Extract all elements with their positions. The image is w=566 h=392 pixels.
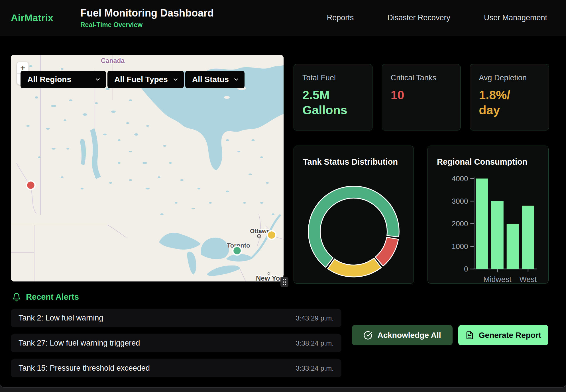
dashboard-root: AirMatrix Fuel Monitoring Dashboard Real… xyxy=(0,0,566,387)
alerts-header: Recent Alerts xyxy=(12,292,79,302)
chart-title: Tank Status Distribution xyxy=(303,157,398,167)
bottom-scroll-track[interactable] xyxy=(0,387,566,392)
svg-text:2000: 2000 xyxy=(452,220,468,228)
nav-item-reports[interactable]: Reports xyxy=(327,13,354,22)
nav-item-disaster-recovery[interactable]: Disaster Recovery xyxy=(387,13,450,22)
region-filter-select[interactable]: All Regions xyxy=(21,71,106,88)
alert-text: Tank 15: Pressure threshold exceeded xyxy=(19,364,150,373)
svg-text:4000: 4000 xyxy=(452,175,468,183)
tank-marker-critical[interactable] xyxy=(27,181,35,189)
map-label-ottawa: Ottawa xyxy=(250,228,270,234)
stat-card-total-fuel: Total Fuel 2.5M Gallons xyxy=(294,64,372,130)
svg-text:0: 0 xyxy=(464,265,468,273)
alert-timestamp: 3:33:24 p.m. xyxy=(296,364,334,372)
alerts-title: Recent Alerts xyxy=(26,292,79,302)
map-panel: Canada Ottawa Toronto New York + − All R… xyxy=(11,55,284,281)
stat-value: 10 xyxy=(391,87,452,103)
bar-3 xyxy=(522,206,534,269)
region-filter-value: All Regions xyxy=(27,75,71,84)
alert-row: Tank 15: Pressure threshold exceeded 3:3… xyxy=(11,359,341,377)
file-text-icon xyxy=(465,331,474,340)
drag-dots-icon xyxy=(282,279,287,285)
generate-report-button[interactable]: Generate Report xyxy=(458,325,548,345)
stat-label: Critical Tanks xyxy=(391,74,452,82)
nav-item-user-management[interactable]: User Management xyxy=(484,13,547,22)
stat-card-avg-depletion: Avg Depletion 1.8%/ day xyxy=(470,64,549,130)
svg-text:West: West xyxy=(519,275,537,283)
app-header: AirMatrix Fuel Monitoring Dashboard Real… xyxy=(0,0,566,36)
fuel-type-filter-select[interactable]: All Fuel Types xyxy=(107,71,184,88)
town-dot-icon xyxy=(268,273,270,275)
town-dot-icon xyxy=(258,236,260,237)
chart-title: Regional Consumption xyxy=(437,157,527,167)
donut-segment-critical xyxy=(375,237,398,266)
main-nav: Reports Disaster Recovery User Managemen… xyxy=(327,13,566,22)
alert-timestamp: 3:43:29 p.m. xyxy=(296,314,334,322)
stat-cards: Total Fuel 2.5M Gallons Critical Tanks 1… xyxy=(294,64,549,130)
chevron-down-icon xyxy=(95,76,101,83)
svg-text:Midwest: Midwest xyxy=(483,275,512,283)
stat-label: Avg Depletion xyxy=(479,74,540,82)
stat-label: Total Fuel xyxy=(302,74,364,82)
page-subtitle: Real-Time Overview xyxy=(80,21,214,29)
acknowledge-all-button[interactable]: Acknowledge All xyxy=(352,325,453,345)
brand-logo[interactable]: AirMatrix xyxy=(11,12,70,23)
tank-marker-normal[interactable] xyxy=(233,246,241,255)
bar-0 xyxy=(476,179,488,269)
fuel-type-filter-value: All Fuel Types xyxy=(114,75,168,84)
tank-marker-warning[interactable] xyxy=(267,231,276,239)
alert-text: Tank 2: Low fuel warning xyxy=(19,314,103,322)
chevron-down-icon xyxy=(233,76,239,83)
title-block: Fuel Monitoring Dashboard Real-Time Over… xyxy=(80,7,214,29)
alert-row: Tank 27: Low fuel warning triggered 3:38… xyxy=(11,334,341,352)
status-filter-value: All Status xyxy=(192,75,229,84)
map-canvas[interactable]: Canada Ottawa Toronto New York xyxy=(11,55,284,281)
check-circle-icon xyxy=(363,331,372,340)
donut-segment-warning xyxy=(328,258,381,277)
acknowledge-all-label: Acknowledge All xyxy=(377,331,441,340)
map-label-canada: Canada xyxy=(101,57,125,64)
alert-timestamp: 3:38:24 p.m. xyxy=(296,339,334,347)
svg-text:3000: 3000 xyxy=(452,197,468,205)
alert-row: Tank 2: Low fuel warning 3:43:29 p.m. xyxy=(11,309,341,327)
regional-consumption-chart-card: Regional Consumption 01000200030004000Mi… xyxy=(427,146,549,284)
stat-value: 1.8%/ day xyxy=(479,87,540,118)
tank-status-chart-card: Tank Status Distribution xyxy=(294,146,414,284)
bar-2 xyxy=(507,224,519,269)
bell-icon xyxy=(12,293,21,302)
svg-text:1000: 1000 xyxy=(452,242,468,250)
map-resize-handle[interactable] xyxy=(280,277,288,287)
stat-card-critical-tanks: Critical Tanks 10 xyxy=(382,64,461,130)
status-filter-select[interactable]: All Status xyxy=(185,71,245,88)
stat-value: 2.5M Gallons xyxy=(302,87,364,118)
page-title: Fuel Monitoring Dashboard xyxy=(80,7,214,19)
map-filter-bar: All Regions All Fuel Types All Status xyxy=(21,71,245,88)
generate-report-label: Generate Report xyxy=(479,331,541,340)
map-label-new-york: New York xyxy=(256,274,284,281)
bar-1 xyxy=(491,201,504,269)
chevron-down-icon xyxy=(172,76,179,83)
alert-text: Tank 27: Low fuel warning triggered xyxy=(19,339,140,348)
